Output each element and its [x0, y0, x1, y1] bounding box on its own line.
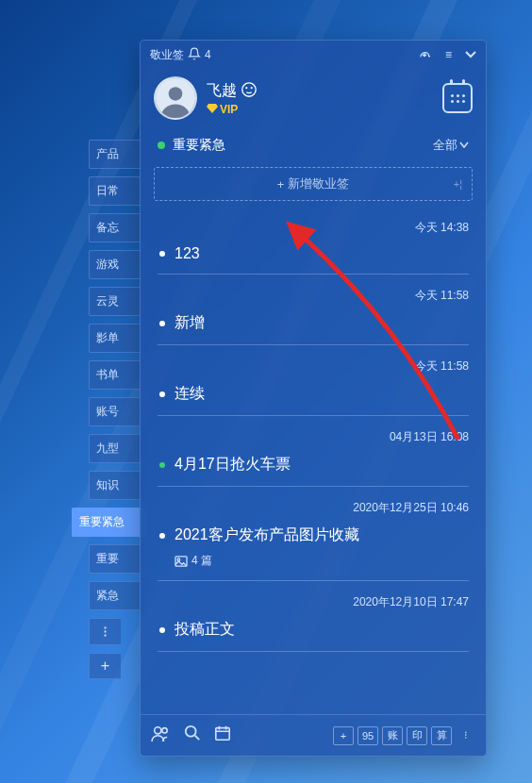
note-dot-icon [159, 627, 165, 633]
user-header: 飞越 VIP [141, 69, 486, 125]
note-time: 今天 11:58 [159, 358, 469, 375]
svg-point-7 [155, 727, 161, 734]
plus-icon: + [277, 177, 285, 192]
avatar[interactable] [154, 76, 197, 120]
sidebar-tab-movie[interactable]: 影单 [89, 324, 141, 353]
side-tab-list: 产品日常备忘游戏云灵影单书单账号九型知识重要紧急重要紧急⁝+ [89, 140, 141, 679]
note-image-count: 4 篇 [191, 553, 212, 569]
note-dot-icon [159, 321, 165, 326]
bottombar-button-1[interactable]: 95 [357, 726, 378, 745]
sidebar-more-button[interactable]: ⁝ [89, 618, 121, 645]
svg-rect-10 [216, 728, 229, 741]
category-dot-icon [158, 142, 165, 149]
sidebar-tab-important[interactable]: 重要 [89, 544, 141, 574]
title-bar: 敬业签 4 ≡ [141, 41, 486, 69]
svg-point-8 [162, 728, 167, 733]
note-time: 今天 11:58 [159, 288, 469, 304]
category-filter[interactable]: 全部 [433, 137, 469, 154]
category-header: 重要紧急 全部 [141, 125, 486, 161]
note-title: 123 [175, 245, 200, 262]
notes-list: 今天 14:38123今天 11:58新增今天 11:58连续04月13日 16… [141, 207, 486, 714]
note-time: 今天 14:38 [159, 220, 469, 236]
note-title: 2021客户发布产品图片收藏 [175, 525, 359, 545]
calendar-icon[interactable] [442, 83, 473, 113]
note-title: 4月17日抢火车票 [175, 455, 291, 475]
app-window: 敬业签 4 ≡ 飞越 [140, 40, 487, 757]
note-item[interactable]: 2020年12月25日 10:462021客户发布产品图片收藏4 篇 [158, 487, 469, 581]
note-item[interactable]: 今天 11:58连续 [158, 345, 469, 416]
search-icon[interactable] [184, 725, 201, 746]
chevron-down-icon [459, 142, 469, 149]
contacts-icon[interactable] [150, 725, 171, 746]
bottombar-button-0[interactable]: + [333, 726, 354, 745]
svg-point-1 [169, 87, 183, 101]
sidebar-tab-urgent2[interactable]: 紧急 [89, 581, 141, 610]
sidebar-tab-nine[interactable]: 九型 [89, 434, 141, 463]
sidebar-tab-yunling[interactable]: 云灵 [89, 287, 141, 316]
svg-point-9 [186, 726, 196, 737]
chevron-down-icon[interactable] [465, 48, 476, 61]
notification-icon[interactable] [188, 47, 201, 63]
sidebar-add-button[interactable]: + [89, 653, 121, 679]
note-title: 新增 [175, 313, 205, 333]
menu-icon[interactable]: ≡ [445, 48, 452, 61]
sync-icon[interactable] [417, 48, 432, 62]
note-dot-icon [159, 392, 165, 397]
svg-point-3 [245, 87, 247, 89]
note-item[interactable]: 2020年12月10日 17:47投稿正文 [158, 581, 469, 652]
vip-diamond-icon [207, 103, 218, 116]
note-dot-icon [159, 533, 165, 539]
sidebar-tab-urgent[interactable]: 重要紧急 [72, 508, 141, 537]
bottombar-button-2[interactable]: 账 [382, 726, 403, 745]
note-item[interactable]: 今天 11:58新增 [158, 275, 469, 345]
bottombar-more-icon[interactable]: ⁝ [456, 726, 476, 745]
note-dot-icon [159, 462, 165, 468]
notification-count: 4 [205, 48, 211, 61]
category-name: 重要紧急 [173, 137, 225, 154]
vip-label: VIP [220, 103, 238, 116]
svg-point-2 [242, 82, 256, 95]
note-time: 04月13日 16:08 [159, 429, 469, 445]
sidebar-tab-knowledge[interactable]: 知识 [89, 471, 141, 500]
app-title: 敬业签 [150, 47, 184, 63]
user-emoji-icon [241, 81, 258, 101]
note-time: 2020年12月10日 17:47 [159, 594, 469, 610]
sidebar-tab-product[interactable]: 产品 [89, 140, 141, 169]
new-note-label: 新增敬业签 [288, 175, 349, 192]
sidebar-tab-daily[interactable]: 日常 [89, 176, 141, 206]
schedule-icon[interactable] [214, 725, 231, 746]
sidebar-tab-book[interactable]: 书单 [89, 360, 141, 390]
note-title: 投稿正文 [175, 620, 235, 640]
svg-point-4 [251, 87, 253, 89]
new-note-button[interactable]: + 新增敬业签 +¦ [154, 167, 473, 201]
note-time: 2020年12月25日 10:46 [159, 500, 469, 516]
note-attachments: 4 篇 [175, 553, 469, 569]
sidebar-tab-memo[interactable]: 备忘 [89, 213, 141, 242]
bottombar-button-4[interactable]: 算 [431, 726, 452, 745]
plus-icon-small: +¦ [454, 178, 462, 190]
note-item[interactable]: 今天 14:38123 [158, 207, 469, 275]
note-item[interactable]: 04月13日 16:084月17日抢火车票 [158, 416, 469, 487]
note-dot-icon [159, 251, 165, 257]
user-name: 飞越 [207, 81, 237, 101]
note-title: 连续 [175, 384, 205, 404]
bottom-bar: +95账印算⁝ [141, 714, 486, 756]
sidebar-tab-account[interactable]: 账号 [89, 397, 141, 426]
sidebar-tab-game[interactable]: 游戏 [89, 250, 141, 279]
bottombar-button-3[interactable]: 印 [407, 726, 427, 745]
category-filter-label: 全部 [433, 137, 457, 154]
